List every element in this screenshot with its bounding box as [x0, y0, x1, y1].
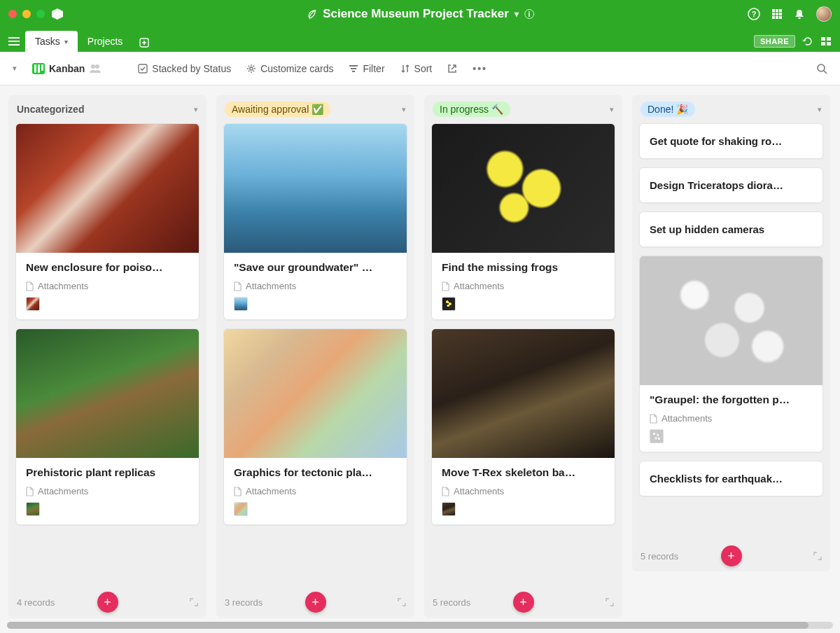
apps-grid-icon[interactable]: [771, 8, 783, 20]
column-title[interactable]: In progress 🔨: [433, 102, 510, 117]
kanban-card[interactable]: Find the missing frogsAttachments: [431, 123, 615, 320]
kanban-card[interactable]: Checklists for earthquak…: [639, 461, 823, 496]
attachment-thumbnail[interactable]: [650, 429, 664, 443]
kanban-card[interactable]: Graphics for tectonic pla…Attachments: [223, 328, 407, 525]
chevron-down-icon[interactable]: ▾: [402, 105, 406, 114]
chevron-down-icon[interactable]: ▾: [64, 38, 68, 46]
maximize-window-button[interactable]: [36, 10, 45, 18]
card-title: "Graupel: the forgotten p…: [650, 394, 813, 406]
attachments-label: Attachments: [246, 281, 296, 291]
stacked-by-button[interactable]: Stacked by Status: [138, 63, 231, 74]
record-count: 3 records: [225, 597, 262, 608]
search-icon[interactable]: [816, 63, 827, 74]
card-title: Get quote for shaking ro…: [650, 135, 813, 147]
attachment-thumbnail[interactable]: [234, 297, 248, 311]
tab-tasks[interactable]: Tasks ▾: [25, 31, 78, 52]
column-body[interactable]: "Save our groundwater" …AttachmentsGraph…: [216, 123, 414, 587]
svg-text:?: ?: [752, 10, 757, 18]
svg-rect-9: [779, 13, 782, 15]
titlebar-right: ?: [748, 6, 832, 22]
add-card-button[interactable]: +: [513, 592, 534, 613]
kanban-card[interactable]: Design Triceratops diora…: [639, 167, 823, 203]
share-button[interactable]: SHARE: [754, 35, 795, 48]
attachment-thumbnail[interactable]: [26, 297, 40, 311]
workspace-title-group[interactable]: Science Museum Project Tracker ▾ i: [306, 7, 534, 21]
add-card-button[interactable]: +: [305, 592, 326, 613]
document-icon: [26, 281, 34, 291]
kanban-icon: [32, 63, 45, 74]
record-count: 5 records: [640, 551, 678, 562]
expand-column-icon[interactable]: [813, 552, 822, 560]
chevron-down-icon[interactable]: ▾: [610, 105, 614, 114]
add-card-button[interactable]: +: [721, 545, 742, 566]
svg-point-21: [91, 64, 95, 69]
window-controls: [8, 10, 45, 18]
customize-cards-button[interactable]: Customize cards: [246, 63, 333, 74]
attachments-row: Attachments: [26, 281, 189, 291]
menu-hamburger-icon[interactable]: [8, 36, 20, 46]
horizontal-scrollbar[interactable]: [7, 622, 833, 629]
card-title: "Save our groundwater" …: [234, 261, 397, 274]
collaborators-icon[interactable]: [89, 64, 102, 74]
column-body[interactable]: Get quote for shaking ro…Design Tricerat…: [632, 123, 830, 541]
card-title: Set up hidden cameras: [650, 223, 813, 235]
card-title: Graphics for tectonic pla…: [234, 466, 397, 479]
sort-button[interactable]: Sort: [400, 63, 433, 74]
chevron-down-icon[interactable]: ▾: [194, 105, 198, 114]
attachment-thumbnail[interactable]: [442, 502, 456, 516]
app-logo-icon: [49, 6, 66, 22]
svg-rect-12: [779, 16, 782, 19]
info-icon[interactable]: i: [524, 9, 534, 19]
kanban-column: Done! 🎉▾Get quote for shaking ro…Design …: [632, 95, 830, 571]
attachments-label: Attachments: [246, 486, 296, 496]
expand-column-icon[interactable]: [398, 598, 406, 606]
attachment-thumbnail[interactable]: [26, 502, 40, 516]
close-window-button[interactable]: [8, 10, 17, 18]
kanban-card[interactable]: New enclosure for poiso…Attachments: [15, 123, 200, 320]
kanban-card[interactable]: Prehistoric plant replicasAttachments: [15, 328, 200, 525]
column-body[interactable]: New enclosure for poiso…AttachmentsPrehi…: [8, 123, 206, 587]
blocks-icon[interactable]: [820, 36, 832, 47]
view-switcher[interactable]: Kanban: [32, 63, 102, 74]
card-cover-image: [16, 329, 199, 458]
more-options-button[interactable]: •••: [472, 63, 487, 74]
kanban-card[interactable]: Get quote for shaking ro…: [639, 123, 823, 159]
user-avatar[interactable]: [816, 6, 832, 22]
attachments-row: Attachments: [234, 281, 397, 291]
attachments-label: Attachments: [662, 413, 712, 424]
kanban-board: Uncategorized▾New enclosure for poiso…At…: [8, 95, 832, 633]
column-body[interactable]: Find the missing frogsAttachmentsMove T-…: [424, 123, 622, 587]
column-title[interactable]: Awaiting approval ✅: [225, 102, 330, 117]
view-toolbar: ▾ Kanban Stacked by Status Customize car…: [0, 52, 840, 85]
chevron-down-icon[interactable]: ▾: [818, 105, 822, 114]
titlebar: Science Museum Project Tracker ▾ i ?: [0, 0, 840, 28]
expand-column-icon[interactable]: [606, 598, 614, 606]
filter-button[interactable]: Filter: [349, 63, 384, 74]
help-icon[interactable]: ?: [748, 8, 760, 20]
add-card-button[interactable]: +: [97, 592, 118, 613]
views-dropdown-icon[interactable]: ▾: [13, 64, 17, 73]
svg-rect-8: [776, 13, 778, 15]
kanban-card[interactable]: Set up hidden cameras: [639, 211, 823, 247]
attachments-label: Attachments: [454, 486, 504, 496]
column-title[interactable]: Done! 🎉: [640, 102, 695, 117]
attachments-row: Attachments: [442, 281, 605, 291]
attachment-thumbnail[interactable]: [234, 502, 248, 516]
attachments-row: Attachments: [26, 486, 189, 496]
notifications-bell-icon[interactable]: [794, 8, 805, 20]
attachments-row: Attachments: [650, 413, 813, 424]
svg-rect-13: [8, 37, 20, 39]
minimize-window-button[interactable]: [22, 10, 31, 18]
share-view-button[interactable]: [447, 64, 457, 74]
attachment-thumbnail[interactable]: [442, 297, 456, 311]
kanban-card[interactable]: Move T-Rex skeleton ba…Attachments: [431, 328, 615, 525]
tab-projects[interactable]: Projects: [78, 31, 133, 52]
add-tab-button[interactable]: [139, 38, 149, 48]
column-title[interactable]: Uncategorized: [17, 104, 84, 115]
card-title: Move T-Rex skeleton ba…: [442, 466, 605, 479]
filter-icon: [349, 64, 358, 73]
history-icon[interactable]: [802, 36, 813, 47]
kanban-card[interactable]: "Save our groundwater" …Attachments: [223, 123, 407, 320]
kanban-card[interactable]: "Graupel: the forgotten p…Attachments: [639, 256, 823, 452]
expand-column-icon[interactable]: [190, 598, 198, 606]
